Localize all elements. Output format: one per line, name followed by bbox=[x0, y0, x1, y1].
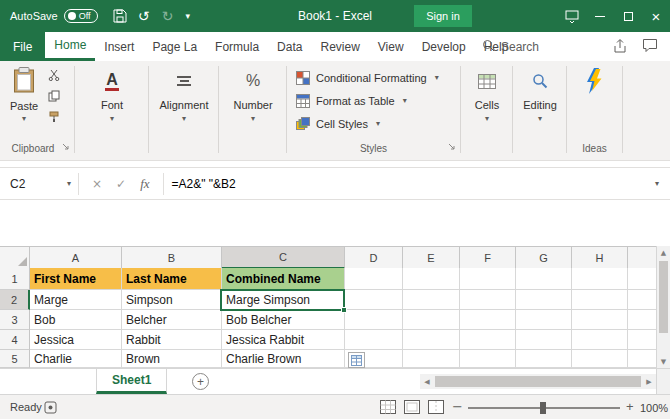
save-icon[interactable] bbox=[108, 0, 132, 32]
tab-page-layout[interactable]: Page La bbox=[143, 32, 206, 61]
paste-dropdown-icon[interactable]: ▾ bbox=[4, 115, 44, 123]
cell-partial[interactable] bbox=[628, 310, 656, 330]
conditional-formatting-button[interactable]: Conditional Formatting ▾ bbox=[296, 69, 439, 87]
copy-icon[interactable] bbox=[48, 90, 60, 105]
tab-review[interactable]: Review bbox=[311, 32, 368, 61]
cell-b3[interactable]: Belcher bbox=[122, 310, 222, 330]
cell-c3[interactable]: Bob Belcher bbox=[222, 310, 345, 330]
cell-g1[interactable] bbox=[516, 268, 572, 290]
cell-h3[interactable] bbox=[572, 310, 628, 330]
cell-g5[interactable] bbox=[516, 350, 572, 368]
normal-view-icon[interactable] bbox=[380, 400, 396, 417]
column-header-g[interactable]: G bbox=[516, 247, 572, 269]
cell-a2[interactable]: Marge bbox=[30, 290, 122, 310]
tab-developer[interactable]: Develop bbox=[413, 32, 475, 61]
scroll-up-icon[interactable]: ▲ bbox=[657, 246, 670, 259]
editing-group-button[interactable]: Editing ▾ bbox=[514, 67, 566, 123]
scroll-down-icon[interactable]: ▼ bbox=[657, 355, 670, 368]
cell-d3[interactable] bbox=[345, 310, 403, 330]
column-header-e[interactable]: E bbox=[403, 247, 460, 269]
cell-c5[interactable]: Charlie Brown bbox=[222, 350, 345, 368]
ribbon-display-options-icon[interactable] bbox=[558, 0, 586, 32]
cell-g3[interactable] bbox=[516, 310, 572, 330]
cell-a5[interactable]: Charlie bbox=[30, 350, 122, 368]
alignment-group-button[interactable]: Alignment ▾ bbox=[150, 67, 218, 123]
tab-view[interactable]: View bbox=[369, 32, 413, 61]
zoom-level-label[interactable]: 100% bbox=[640, 402, 668, 414]
sign-in-button[interactable]: Sign in bbox=[414, 5, 472, 27]
cell-a4[interactable]: Jessica bbox=[30, 330, 122, 350]
cell-e5[interactable] bbox=[403, 350, 460, 368]
cell-partial[interactable] bbox=[628, 290, 656, 310]
column-header-b[interactable]: B bbox=[122, 247, 222, 269]
new-sheet-button[interactable]: + bbox=[192, 373, 209, 390]
comment-icon[interactable] bbox=[642, 38, 658, 57]
cell-d4[interactable] bbox=[345, 330, 403, 350]
name-box-dropdown-icon[interactable]: ▾ bbox=[60, 180, 78, 188]
enter-icon[interactable]: ✓ bbox=[116, 177, 126, 191]
column-header-c[interactable]: C bbox=[222, 247, 345, 269]
ideas-button[interactable] bbox=[567, 67, 622, 98]
scroll-right-icon[interactable]: ▶ bbox=[642, 374, 656, 389]
styles-dialog-launcher-icon[interactable] bbox=[448, 139, 455, 153]
column-header-a[interactable]: A bbox=[30, 247, 122, 269]
cell-e3[interactable] bbox=[403, 310, 460, 330]
cell-d2[interactable] bbox=[345, 290, 403, 310]
scroll-left-icon[interactable]: ◀ bbox=[420, 374, 434, 389]
tab-insert[interactable]: Insert bbox=[95, 32, 143, 61]
column-header-d[interactable]: D bbox=[345, 247, 403, 269]
undo-icon[interactable]: ↺ bbox=[132, 0, 156, 32]
cell-a1[interactable]: First Name bbox=[30, 268, 122, 290]
tab-formulas[interactable]: Formula bbox=[206, 32, 268, 61]
column-header-f[interactable]: F bbox=[460, 247, 516, 269]
search-box[interactable]: Search bbox=[482, 32, 539, 61]
insert-function-icon[interactable]: fx bbox=[140, 176, 149, 192]
cells-group-button[interactable]: Cells ▾ bbox=[462, 67, 512, 123]
cell-d1[interactable] bbox=[345, 268, 403, 290]
row-header-1[interactable]: 1 bbox=[0, 268, 30, 290]
cell-h5[interactable] bbox=[572, 350, 628, 368]
expand-formula-bar-icon[interactable]: ▾ bbox=[644, 180, 670, 188]
row-header-3[interactable]: 3 bbox=[0, 310, 30, 330]
page-break-preview-icon[interactable] bbox=[428, 400, 444, 417]
cell-b1[interactable]: Last Name bbox=[122, 268, 222, 290]
select-all-corner[interactable] bbox=[0, 247, 30, 269]
maximize-icon[interactable] bbox=[614, 0, 642, 32]
formula-input[interactable]: =A2&" "&B2 bbox=[164, 177, 644, 191]
format-painter-icon[interactable] bbox=[48, 111, 60, 126]
row-header-4[interactable]: 4 bbox=[0, 330, 30, 350]
macro-record-icon[interactable] bbox=[44, 401, 57, 417]
cell-g2[interactable] bbox=[516, 290, 572, 310]
cell-h1[interactable] bbox=[572, 268, 628, 290]
cell-h4[interactable] bbox=[572, 330, 628, 350]
cell-b5[interactable]: Brown bbox=[122, 350, 222, 368]
tab-data[interactable]: Data bbox=[268, 32, 311, 61]
vertical-scrollbar-thumb[interactable] bbox=[659, 261, 668, 333]
cell-c1[interactable]: Combined Name bbox=[222, 268, 345, 290]
cell-e2[interactable] bbox=[403, 290, 460, 310]
cell-f3[interactable] bbox=[460, 310, 516, 330]
number-group-button[interactable]: % Number ▾ bbox=[220, 67, 286, 123]
column-header-h[interactable]: H bbox=[572, 247, 628, 269]
cell-styles-button[interactable]: Cell Styles ▾ bbox=[296, 115, 380, 133]
cancel-icon[interactable]: × bbox=[92, 177, 102, 191]
cell-b4[interactable]: Rabbit bbox=[122, 330, 222, 350]
zoom-in-icon[interactable]: + bbox=[626, 399, 634, 414]
cell-f2[interactable] bbox=[460, 290, 516, 310]
cell-g4[interactable] bbox=[516, 330, 572, 350]
horizontal-scrollbar[interactable]: ◀ ▶ bbox=[420, 374, 656, 389]
cell-f4[interactable] bbox=[460, 330, 516, 350]
clipboard-dialog-launcher-icon[interactable] bbox=[62, 139, 69, 153]
autosave-switch[interactable]: Off bbox=[64, 9, 98, 23]
cell-f5[interactable] bbox=[460, 350, 516, 368]
zoom-out-icon[interactable]: − bbox=[452, 399, 463, 414]
vertical-scrollbar[interactable]: ▲ ▼ bbox=[656, 246, 670, 368]
minimize-icon[interactable] bbox=[586, 0, 614, 32]
row-header-2[interactable]: 2 bbox=[0, 290, 30, 310]
close-icon[interactable]: × bbox=[642, 0, 670, 32]
cut-icon[interactable] bbox=[48, 69, 60, 84]
redo-icon[interactable]: ↻ bbox=[156, 0, 180, 32]
cell-h2[interactable] bbox=[572, 290, 628, 310]
tab-file[interactable]: File bbox=[0, 32, 45, 61]
paste-button[interactable]: Paste ▾ bbox=[4, 67, 44, 123]
